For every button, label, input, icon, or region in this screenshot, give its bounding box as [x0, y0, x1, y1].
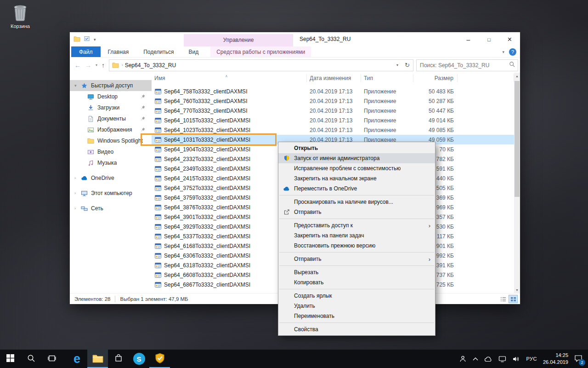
- maximize-button[interactable]: □: [479, 32, 499, 46]
- context-menu-item[interactable]: Вырезать: [278, 267, 435, 277]
- clock[interactable]: 14:25 26.04.2019: [543, 352, 568, 366]
- back-button[interactable]: ←: [74, 62, 81, 69]
- context-menu-item[interactable]: Закрепить на начальном экране: [278, 173, 435, 184]
- network-tray-icon[interactable]: [498, 356, 506, 362]
- expand-ribbon-chevron-icon[interactable]: ▾: [502, 50, 504, 54]
- sidebar-item-загрузки[interactable]: Загрузки: [70, 102, 152, 113]
- taskbar-search-button[interactable]: [21, 350, 41, 368]
- file-row[interactable]: Sep64_760To3332_clientDAXMSI20.04.2019 1…: [152, 96, 514, 106]
- context-menu-item[interactable]: Отправить›: [278, 254, 435, 264]
- file-date: 20.04.2019 17:13: [307, 98, 361, 104]
- address-bar-row: ← → ▾ ↑ › Sep64_To_3332_RU ▾ ↻: [70, 58, 520, 73]
- menu-icon-gutter: [282, 198, 292, 206]
- context-menu-item[interactable]: Удалить: [278, 301, 435, 311]
- location-folder-icon: [112, 62, 119, 68]
- file-name: Sep64_2332To3332_clientDAXMSI: [164, 156, 250, 162]
- uac-shield-icon: [282, 155, 292, 162]
- sidebar-item-desktop[interactable]: Desktop: [70, 91, 152, 102]
- task-view-button[interactable]: [41, 350, 62, 368]
- expander-chevron-icon[interactable]: ›: [74, 191, 81, 196]
- file-row[interactable]: Sep64_1015To3332_clientDAXMSI20.04.2019 …: [152, 115, 514, 125]
- search-input[interactable]: [420, 62, 509, 69]
- search-icon[interactable]: [509, 61, 515, 69]
- context-menu-item[interactable]: Просканировать на наличие вирусов...: [278, 197, 435, 207]
- language-indicator[interactable]: РУС: [526, 356, 537, 362]
- menu-icon-gutter: [282, 279, 292, 286]
- scroll-down-icon[interactable]: ▼: [514, 287, 520, 293]
- minimize-button[interactable]: –: [458, 32, 479, 46]
- symantec-button[interactable]: [149, 350, 170, 368]
- scrollbar-thumb[interactable]: [514, 81, 520, 197]
- skype-button[interactable]: S: [129, 350, 149, 368]
- contextual-tab-group-header: Управление: [184, 34, 293, 46]
- column-header-date[interactable]: Дата изменения: [307, 74, 361, 82]
- expander-chevron-icon[interactable]: ›: [74, 176, 81, 180]
- context-menu-item[interactable]: Открыть: [278, 143, 435, 153]
- context-menu-item[interactable]: Создать ярлык: [278, 291, 435, 301]
- file-row[interactable]: Sep64_758To3332_clientDAXMSI20.04.2019 1…: [152, 86, 514, 96]
- edge-button[interactable]: e: [67, 350, 87, 368]
- context-menu-item[interactable]: Восстановить прежнюю версию: [278, 241, 435, 251]
- file-type: Приложение: [361, 98, 413, 104]
- context-menu-item[interactable]: Закрепить на панели задач: [278, 230, 435, 241]
- volume-icon[interactable]: [512, 356, 520, 362]
- application-file-icon: [154, 88, 162, 95]
- start-button[interactable]: [0, 350, 21, 368]
- column-header-size[interactable]: Размер: [413, 74, 458, 82]
- details-view-icon[interactable]: [499, 295, 507, 303]
- pin-icon: [140, 116, 146, 121]
- breadcrumb[interactable]: Sep64_To_3332_RU: [125, 62, 176, 69]
- tab-home[interactable]: Главная: [101, 46, 136, 57]
- recycle-bin[interactable]: Корзина: [6, 3, 35, 29]
- onedrive-tray-icon[interactable]: [484, 356, 492, 362]
- tab-view[interactable]: Вид: [181, 46, 206, 57]
- thumbnails-view-icon[interactable]: [509, 295, 517, 303]
- context-menu-item[interactable]: Переименовать: [278, 311, 435, 321]
- close-button[interactable]: ×: [499, 32, 520, 46]
- tab-file[interactable]: Файл: [71, 46, 101, 57]
- sidebar-item-документы[interactable]: Документы: [70, 113, 152, 124]
- action-center-button[interactable]: 2: [574, 355, 582, 363]
- application-file-icon: [154, 136, 162, 144]
- sidebar-item-видео[interactable]: Видео: [70, 146, 152, 157]
- quick-access-toolbar[interactable]: ▾: [74, 32, 96, 46]
- search-box[interactable]: [416, 59, 518, 71]
- context-menu-item[interactable]: Запуск от имени администратора: [278, 153, 435, 163]
- expander-chevron-icon[interactable]: ▾: [74, 83, 81, 88]
- tab-application-tools[interactable]: Средства работы с приложениями: [210, 46, 311, 57]
- store-button[interactable]: [108, 350, 129, 368]
- up-button[interactable]: ↑: [102, 62, 105, 69]
- help-icon[interactable]: ?: [509, 48, 516, 56]
- context-menu-item[interactable]: Свойства: [278, 324, 435, 334]
- context-menu-item[interactable]: Предоставить доступ к›: [278, 220, 435, 230]
- sidebar-item-сеть[interactable]: ›Сеть: [70, 203, 152, 214]
- sidebar-item-музыка[interactable]: Музыка: [70, 157, 152, 168]
- address-dropdown-chevron-icon[interactable]: ▾: [393, 60, 401, 71]
- file-explorer-button[interactable]: [87, 350, 108, 368]
- context-menu-item[interactable]: Копировать: [278, 277, 435, 288]
- show-hidden-icons-chevron-icon[interactable]: [473, 357, 478, 361]
- address-bar[interactable]: › Sep64_To_3332_RU ▾ ↻: [109, 59, 413, 71]
- column-header-name[interactable]: Имя∧: [152, 74, 307, 82]
- sidebar-item-onedrive[interactable]: ›OneDrive: [70, 172, 152, 184]
- context-menu-item[interactable]: Переместить в OneDrive: [278, 184, 435, 194]
- context-menu-item[interactable]: Отправить: [278, 207, 435, 217]
- sidebar-item-изображения[interactable]: Изображения: [70, 124, 152, 135]
- menu-icon-gutter: [282, 232, 292, 239]
- scroll-up-icon[interactable]: ▲: [514, 73, 520, 79]
- context-menu-item[interactable]: Исправление проблем с совместимостью: [278, 163, 435, 173]
- onedrive-icon: [81, 175, 89, 181]
- file-row[interactable]: Sep64_1023To3332_clientDAXMSI20.04.2019 …: [152, 125, 514, 135]
- column-header-type[interactable]: Тип: [361, 74, 413, 82]
- sidebar-item-windows-spotlight[interactable]: Windows Spotlight: [70, 135, 152, 146]
- recent-locations-chevron-icon[interactable]: ▾: [96, 63, 97, 67]
- people-icon[interactable]: [459, 355, 467, 362]
- expander-chevron-icon[interactable]: ›: [74, 206, 81, 211]
- forward-button[interactable]: →: [85, 62, 91, 69]
- refresh-icon[interactable]: ↻: [401, 60, 413, 71]
- tab-share[interactable]: Поделиться: [136, 46, 181, 57]
- sidebar-item-быстрый-доступ[interactable]: ▾Быстрый доступ: [70, 80, 152, 91]
- vertical-scrollbar[interactable]: ▲ ▼: [514, 73, 520, 293]
- file-row[interactable]: Sep64_770To3332_clientDAXMSI20.04.2019 1…: [152, 106, 514, 115]
- sidebar-item-этот-компьютер[interactable]: ›Этот компьютер: [70, 188, 152, 199]
